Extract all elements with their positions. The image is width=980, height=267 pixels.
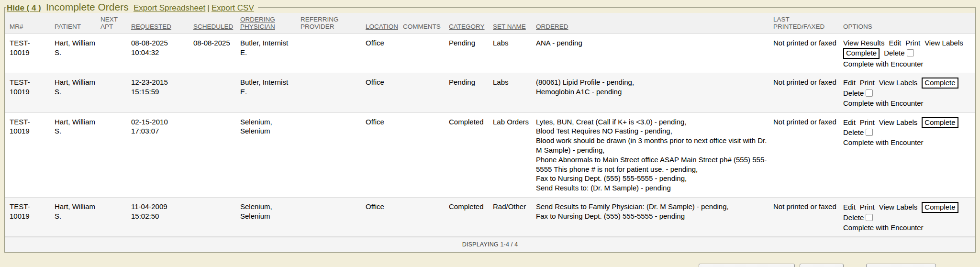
complete-button[interactable]: Complete <box>843 48 880 59</box>
column-header-category: CATEGORY <box>449 13 493 34</box>
print-link[interactable]: Print <box>905 39 920 47</box>
cell-set_name: Labs <box>493 34 536 73</box>
complete-with-encounter-link[interactable]: Complete with Encounter <box>843 223 970 233</box>
view-labels-link[interactable]: View Labels <box>924 39 963 47</box>
cell-next_apt <box>100 198 131 237</box>
export-spreadsheet-link[interactable]: Export Spreadsheet <box>134 3 205 12</box>
order-row: TEST-10019Hart, William S.08-08-2025 10:… <box>5 34 975 73</box>
cell-referring_provider <box>301 73 366 112</box>
sort-link-category[interactable]: CATEGORY <box>449 23 485 30</box>
complete-with-encounter-link[interactable]: Complete with Encounter <box>843 138 970 147</box>
column-header-options: OPTIONS <box>843 13 975 34</box>
cell-set_name: Labs <box>493 73 536 112</box>
edit-link[interactable]: Edit <box>843 203 856 211</box>
cell-scheduled <box>193 73 240 112</box>
cell-ordered: Send Results to Family Physician: (Dr. M… <box>536 198 773 237</box>
cell-location: Office <box>366 112 403 197</box>
view-labels-link[interactable]: View Labels <box>879 78 918 87</box>
cell-ordered: (80061) Lipid Profile - pending,Hemoglob… <box>536 73 773 112</box>
cell-comments <box>403 34 449 73</box>
cell-requested: 02-15-2010 17:03:07 <box>131 112 193 197</box>
cell-last_printed_faxed: Not printed or faxed <box>773 73 843 112</box>
cell-next_apt <box>100 34 131 73</box>
cell-requested: 11-04-2009 15:02:50 <box>131 198 193 237</box>
sort-link-scheduled[interactable]: SCHEDULED <box>193 23 233 30</box>
order-row: TEST-10019Hart, William S.11-04-2009 15:… <box>5 198 975 237</box>
incomplete-orders-table: MR#PATIENTNEXT APTREQUESTEDSCHEDULEDORDE… <box>5 13 975 237</box>
view-results-link[interactable]: View Results <box>843 39 884 47</box>
cell-scheduled <box>193 112 240 197</box>
complete-orders-button[interactable]: Complete Orders <box>866 264 936 267</box>
cell-requested: 12-23-2015 15:15:59 <box>131 73 193 112</box>
order-row: TEST-10019Hart, William S.12-23-2015 15:… <box>5 73 975 112</box>
cell-options: EditPrintView LabelsCompleteDeleteComple… <box>843 112 975 197</box>
sort-link-ordered[interactable]: ORDERED <box>536 23 568 30</box>
cell-next_apt <box>100 112 131 197</box>
incomplete-orders-panel: Hide ( 4 ) Incomplete Orders Export Spre… <box>4 1 976 253</box>
column-header-scheduled: SCHEDULED <box>193 13 240 34</box>
delete-link[interactable]: Delete <box>843 213 864 222</box>
cell-patient: Hart, William S. <box>55 112 100 197</box>
cell-mr: TEST-10019 <box>5 198 55 237</box>
edit-link[interactable]: Edit <box>843 118 856 126</box>
print-link[interactable]: Print <box>860 203 875 211</box>
sort-link-ordering_physician[interactable]: ORDERING PHYSICIAN <box>240 16 275 30</box>
table-header-row: MR#PATIENTNEXT APTREQUESTEDSCHEDULEDORDE… <box>5 13 975 34</box>
view-labels-link[interactable]: View Labels <box>879 203 918 211</box>
cell-last_printed_faxed: Not printed or faxed <box>773 112 843 197</box>
column-header-patient: PATIENT <box>55 13 100 34</box>
delete-checkbox[interactable] <box>907 49 914 56</box>
edit-link[interactable]: Edit <box>889 39 901 47</box>
edit-link[interactable]: Edit <box>843 78 856 87</box>
ordered-item: Send Results to Family Physician: (Dr. M… <box>536 202 768 211</box>
hide-link[interactable]: Hide ( 4 ) <box>7 3 41 12</box>
complete-button[interactable]: Complete <box>922 78 958 89</box>
column-header-ordering_physician: ORDERING PHYSICIAN <box>240 13 301 34</box>
ordered-item: Phone Abnormals to Main Street office AS… <box>536 155 768 174</box>
check-all-button[interactable]: Check All <box>800 264 844 267</box>
sort-link-requested[interactable]: REQUESTED <box>131 23 171 30</box>
column-header-mr: MR# <box>5 13 55 34</box>
cell-ordered: ANA - pending <box>536 34 773 73</box>
cell-comments <box>403 73 449 112</box>
cell-ordering_physician: Selenium, Selenium <box>240 198 301 237</box>
print-link[interactable]: Print <box>860 78 875 87</box>
delete-checkbox[interactable] <box>866 89 873 97</box>
sort-link-set_name[interactable]: SET NAME <box>493 23 526 30</box>
cell-location: Office <box>366 34 403 73</box>
column-header-next_apt: NEXT APT <box>100 13 131 34</box>
cell-comments <box>403 112 449 197</box>
column-header-ordered: ORDERED <box>536 13 773 34</box>
delete-link[interactable]: Delete <box>843 89 864 97</box>
complete-button[interactable]: Complete <box>922 202 958 213</box>
complete-button[interactable]: Complete <box>922 117 958 128</box>
cell-ordering_physician: Selenium, Selenium <box>240 112 301 197</box>
delete-link[interactable]: Delete <box>884 49 904 57</box>
view-labels-link[interactable]: View Labels <box>879 118 918 126</box>
cell-set_name: Lab Orders <box>493 112 536 197</box>
cell-options: EditPrintView LabelsCompleteDeleteComple… <box>843 198 975 237</box>
print-link[interactable]: Print <box>860 118 875 126</box>
complete-with-encounter-link[interactable]: Complete with Encounter <box>843 59 970 69</box>
cell-category: Completed <box>449 112 493 197</box>
delete-checkbox[interactable] <box>866 214 873 221</box>
cell-options: EditPrintView LabelsCompleteDeleteComple… <box>843 73 975 112</box>
export-csv-link[interactable]: Export CSV <box>212 3 254 12</box>
cell-options: View ResultsEditPrintView LabelsComplete… <box>843 34 975 73</box>
complete-with-encounter-button[interactable]: Complete with Encounter <box>699 264 795 267</box>
complete-with-encounter-link[interactable]: Complete with Encounter <box>843 99 970 108</box>
ordered-item: Fax to Nursing Dept. (555) 555-5555 - pe… <box>536 174 768 183</box>
cell-mr: TEST-10019 <box>5 34 55 73</box>
column-label-options: OPTIONS <box>843 23 872 30</box>
cell-location: Office <box>366 198 403 237</box>
delete-checkbox[interactable] <box>866 129 873 136</box>
cell-category: Pending <box>449 34 493 73</box>
order-row: TEST-10019Hart, William S.02-15-2010 17:… <box>5 112 975 197</box>
ordered-item: (80061) Lipid Profile - pending, <box>536 78 768 87</box>
column-header-last_printed_faxed: LAST PRINTED/FAXED <box>773 13 843 34</box>
ordered-item: Blood work should be drawn (in 3 months … <box>536 136 768 155</box>
ordered-item: Hemoglobin A1C - pending <box>536 87 768 97</box>
delete-link[interactable]: Delete <box>843 128 864 136</box>
sort-link-location[interactable]: LOCATION <box>366 23 398 30</box>
cell-ordering_physician: Butler, Internist E. <box>240 73 301 112</box>
